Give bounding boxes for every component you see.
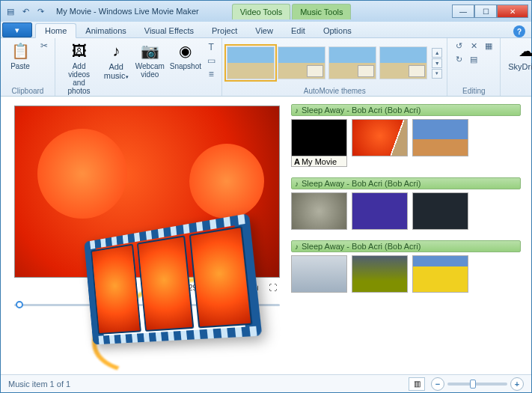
clip-thumb[interactable] (291, 192, 347, 230)
paste-button[interactable]: 📋 Paste (5, 40, 35, 72)
webcam-video-button[interactable]: 📷 Webcam video (134, 40, 165, 80)
fullscreen-button[interactable]: ⛶ (266, 281, 279, 294)
maximize-button[interactable]: ☐ (474, 4, 497, 18)
tab-animations[interactable]: Animations (76, 24, 135, 37)
music-note-icon: ♪ (295, 243, 299, 251)
theme-expand-icon[interactable]: ▾ (432, 69, 442, 79)
add-more-column: T ▭ ≡ (205, 40, 217, 80)
music-track-bar[interactable]: ♪Sleep Away - Bob Acri (Bob Acri) (291, 104, 521, 116)
next-frame-button[interactable]: ⏭ (248, 281, 261, 294)
music-track-label: Sleep Away - Bob Acri (Bob Acri) (302, 179, 421, 188)
add-credits-icon[interactable]: ≡ (205, 68, 217, 80)
zoom-control: − + (431, 377, 524, 391)
theme-thumb-3[interactable] (328, 46, 376, 79)
music-track-label: Sleep Away - Bob Acri (Bob Acri) (302, 242, 421, 251)
playback-controls: 00:00.00/00:29.57 ⏮ ▶ ⏭ ⛶ (14, 278, 279, 297)
clip-thumb[interactable] (352, 255, 408, 293)
clip-thumb[interactable] (412, 119, 468, 156)
ribbon: 📋 Paste ✂ Clipboard 🖼 Add videos and pho… (1, 38, 531, 97)
theme-thumb-1[interactable] (227, 46, 275, 79)
music-track-bar[interactable]: ♪Sleep Away - Bob Acri (Bob Acri) (291, 177, 521, 189)
storyboard-row: ♪Sleep Away - Bob Acri (Bob Acri) AMy Mo… (291, 104, 521, 167)
theme-thumb-2[interactable] (278, 46, 325, 79)
app-window: ▤ ↶ ↷ My Movie - Windows Live Movie Make… (0, 0, 532, 393)
snapshot-icon: ◉ (176, 41, 195, 61)
timeline-thumb[interactable] (16, 301, 23, 308)
rotate-left-icon[interactable]: ↺ (452, 40, 465, 52)
cut-icon[interactable]: ✂ (38, 40, 50, 52)
clip-thumb[interactable] (352, 192, 408, 230)
app-icon[interactable]: ▤ (4, 4, 17, 18)
tab-options[interactable]: Options (314, 24, 361, 37)
prev-frame-button[interactable]: ⏮ (212, 281, 225, 294)
qat-redo-icon[interactable]: ↷ (34, 4, 47, 18)
group-label: Clipboard (5, 86, 50, 95)
qat-undo-icon[interactable]: ↶ (19, 4, 32, 18)
status-bar: Music item 1 of 1 ▥ − + (1, 374, 531, 392)
delete-icon[interactable]: ✕ (467, 40, 480, 52)
storyboard-pane: ♪Sleep Away - Bob Acri (Bob Acri) AMy Mo… (285, 97, 531, 374)
storyboard-row: ♪Sleep Away - Bob Acri (Bob Acri) (291, 240, 521, 293)
file-dropdown-icon: ▾ (15, 25, 19, 35)
tab-home[interactable]: Home (35, 23, 76, 38)
play-button[interactable]: ▶ (230, 281, 243, 294)
add-title-icon[interactable]: T (205, 41, 217, 53)
window-title: My Movie - Windows Live Movie Maker (56, 6, 199, 16)
group-editing: ↺ ✕ ▦ ↻ ▤ Editing (447, 38, 501, 96)
tab-music-tools[interactable]: Music Tools (292, 4, 351, 19)
storyboard-row: ♪Sleep Away - Bob Acri (Bob Acri) (291, 177, 521, 230)
clip-thumb[interactable] (412, 192, 468, 230)
view-mode-button[interactable]: ▥ (409, 377, 425, 391)
group-share: ☁ SkyDrive▾ 💾 Save movie▾ 👤 Sign in Shar… (501, 38, 532, 96)
clip-thumb[interactable] (291, 119, 347, 156)
minimize-button[interactable]: — (452, 4, 474, 18)
zoom-out-button[interactable]: − (431, 377, 444, 391)
group-add: 🖼 Add videos and photos ♪ Add music▾ 📷 W… (55, 38, 222, 96)
music-note-icon: ♪ (295, 106, 299, 115)
rotate-right-icon[interactable]: ↻ (452, 53, 465, 65)
group-label: Share (505, 86, 532, 95)
group-automovie-themes: ▲ ▼ ▾ AutoMovie themes (222, 38, 447, 96)
skydrive-button[interactable]: ☁ SkyDrive▾ (505, 40, 532, 73)
preview-monitor[interactable] (14, 106, 280, 278)
tab-visual-effects[interactable]: Visual Effects (135, 24, 203, 37)
help-icon[interactable]: ? (513, 25, 525, 37)
tab-video-tools[interactable]: Video Tools (232, 4, 290, 19)
photos-icon: 🖼 (70, 41, 89, 61)
title-bar: ▤ ↶ ↷ My Movie - Windows Live Movie Make… (1, 1, 531, 22)
close-button[interactable]: ✕ (497, 4, 528, 18)
skydrive-icon: ☁ (516, 41, 532, 61)
document-title: My Movie (56, 7, 91, 16)
contextual-tabs: Video Tools Music Tools (232, 4, 352, 19)
theme-scroll-up-icon[interactable]: ▲ (432, 48, 442, 58)
music-track-bar[interactable]: ♪Sleep Away - Bob Acri (Bob Acri) (291, 240, 521, 252)
webcam-icon: 📷 (140, 41, 159, 61)
caption-bar[interactable]: AMy Movie (291, 156, 347, 167)
chevron-down-icon: ▾ (126, 74, 129, 79)
file-menu-button[interactable]: ▾ (2, 22, 32, 37)
add-videos-photos-button[interactable]: 🖼 Add videos and photos (60, 40, 98, 97)
snapshot-button[interactable]: ◉ Snapshot (168, 40, 202, 72)
zoom-in-button[interactable]: + (510, 377, 524, 391)
tab-view[interactable]: View (246, 24, 282, 37)
add-caption-icon[interactable]: ▭ (205, 55, 217, 67)
zoom-thumb[interactable] (470, 380, 476, 389)
tab-edit[interactable]: Edit (282, 24, 314, 37)
preview-pane: 00:00.00/00:29.57 ⏮ ▶ ⏭ ⛶ (1, 97, 285, 374)
edit-tool-icon[interactable]: ▤ (467, 53, 480, 65)
select-all-icon[interactable]: ▦ (482, 40, 495, 52)
theme-thumb-4[interactable] (379, 46, 427, 79)
theme-scroll-down-icon[interactable]: ▼ (432, 58, 442, 68)
music-note-icon: ♪ (295, 180, 299, 188)
tab-project[interactable]: Project (203, 24, 246, 37)
add-music-button[interactable]: ♪ Add music▾ (101, 40, 131, 82)
zoom-slider[interactable] (447, 383, 507, 386)
status-text: Music item 1 of 1 (8, 380, 70, 389)
theme-gallery-nav: ▲ ▼ ▾ (432, 48, 442, 79)
clip-thumb[interactable] (412, 255, 468, 293)
window-controls: — ☐ ✕ (452, 4, 528, 18)
clip-thumb[interactable] (352, 119, 408, 156)
timeline-slider[interactable] (14, 299, 280, 311)
clip-thumb[interactable] (291, 255, 347, 293)
ribbon-tab-strip: ▾ Home Animations Visual Effects Project… (1, 22, 531, 38)
